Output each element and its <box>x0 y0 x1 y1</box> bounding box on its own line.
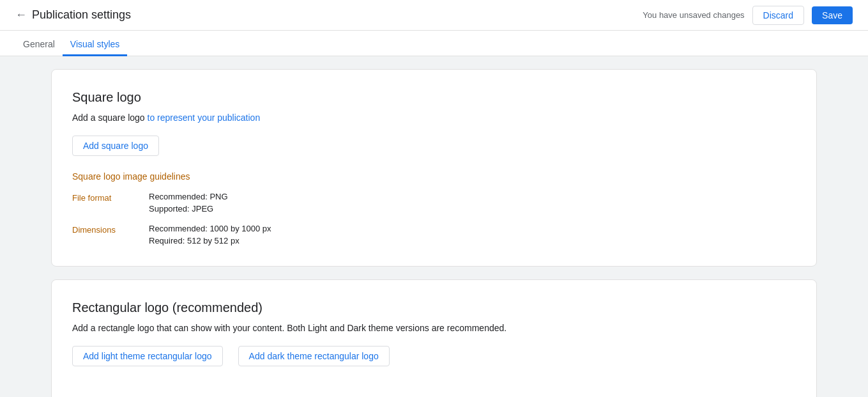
main-content: Square logo Add a square logo to represe… <box>0 56 868 397</box>
guideline-value-required-dim: Required: 512 by 512 px <box>149 236 271 245</box>
guideline-label-dimensions: Dimensions <box>72 224 149 245</box>
square-logo-card: Square logo Add a square logo to represe… <box>51 69 817 267</box>
tabs-bar: General Visual styles <box>0 31 868 56</box>
add-square-logo-button-wrapper: Add square logo <box>72 136 796 171</box>
rectangular-logo-description: Add a rectangle logo that can show with … <box>72 323 796 333</box>
header-right: You have unsaved changes Discard Save <box>643 6 853 25</box>
guideline-label-file-format: File format <box>72 192 149 214</box>
add-light-theme-logo-button[interactable]: Add light theme rectangular logo <box>72 346 223 366</box>
unsaved-changes-text: You have unsaved changes <box>643 10 744 20</box>
add-square-logo-button[interactable]: Add square logo <box>72 136 159 156</box>
square-logo-description: Add a square logo to represent your publ… <box>72 113 796 123</box>
discard-button[interactable]: Discard <box>752 6 804 25</box>
guideline-row-file-format: File format Recommended: PNG Supported: … <box>72 192 796 214</box>
rectangular-logo-card: Rectangular logo (recommended) Add a rec… <box>51 279 817 397</box>
tab-general[interactable]: General <box>15 34 63 56</box>
guideline-values-dimensions: Recommended: 1000 by 1000 px Required: 5… <box>149 224 271 245</box>
guideline-value-png: Recommended: PNG <box>149 192 228 201</box>
header-left: ← Publication settings <box>15 8 131 22</box>
add-dark-theme-logo-button[interactable]: Add dark theme rectangular logo <box>238 346 390 366</box>
square-logo-description-link[interactable]: to represent your publication <box>148 113 261 123</box>
header: ← Publication settings You have unsaved … <box>0 0 868 31</box>
square-logo-description-plain: Add a square logo <box>72 113 148 123</box>
guideline-value-jpeg: Supported: JPEG <box>149 204 228 214</box>
square-logo-title: Square logo <box>72 90 796 105</box>
square-logo-guidelines-title: Square logo image guidelines <box>72 171 796 182</box>
save-button[interactable]: Save <box>812 6 853 24</box>
guideline-row-dimensions: Dimensions Recommended: 1000 by 1000 px … <box>72 224 796 245</box>
page-title: Publication settings <box>32 8 131 22</box>
square-logo-guidelines: File format Recommended: PNG Supported: … <box>72 192 796 245</box>
rectangular-logo-buttons: Add light theme rectangular logo Add dar… <box>72 346 796 382</box>
guideline-values-file-format: Recommended: PNG Supported: JPEG <box>149 192 228 214</box>
tab-visual-styles[interactable]: Visual styles <box>63 34 128 56</box>
back-arrow-icon[interactable]: ← <box>15 8 27 22</box>
guideline-value-recommended-dim: Recommended: 1000 by 1000 px <box>149 224 271 233</box>
rectangular-logo-title: Rectangular logo (recommended) <box>72 300 796 315</box>
